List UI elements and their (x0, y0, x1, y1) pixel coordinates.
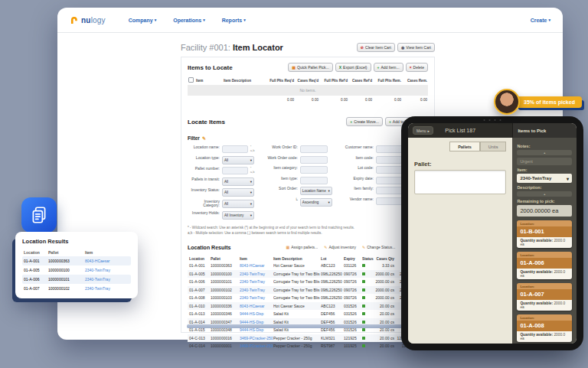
filter-field-work-order-id: Work Order ID: (266, 145, 332, 153)
pallet-input[interactable] (414, 170, 506, 194)
tab-units[interactable]: Units (480, 142, 507, 151)
pencil-icon: ✎ (362, 245, 365, 249)
filter-select-pallets-in-transit[interactable]: All▾ (222, 177, 254, 186)
filter-select-inventory-category[interactable]: All▾ (222, 200, 254, 208)
toolbar-change-status[interactable]: ✎Change Status... (362, 245, 395, 249)
chevron-down-icon: ▾ (155, 18, 157, 22)
button-export-excel[interactable]: XExport (Excel) (335, 63, 371, 72)
menu-button[interactable]: Menu▸ (413, 126, 433, 135)
location-card-01-a-008[interactable]: Location:01-A-008Quantity available: 200… (517, 314, 572, 342)
filter-input-item-type[interactable] (300, 177, 328, 184)
notes-collapse-toggle[interactable]: ▴ (517, 150, 572, 155)
toolbar-assign-pallets[interactable]: ▦Assign pallets... (286, 245, 318, 249)
filter-select-[interactable]: Ascending▾ (300, 198, 332, 207)
clear-cart-icon: ⊘ (361, 46, 364, 50)
toolbar-adjust-inventory[interactable]: ✎Adjust inventory (324, 245, 356, 249)
cell-lot: 098L226250 (321, 295, 344, 300)
filter-select-inventory-status[interactable]: All▾ (222, 188, 254, 197)
item-link[interactable]: 2340-TwinTray (85, 268, 129, 272)
filter-label: Sort Order: (266, 187, 298, 191)
tab-pallets[interactable]: Pallets (449, 142, 480, 151)
item-link[interactable]: 9444-HS-Disp (240, 327, 273, 332)
item-link[interactable]: 8043-HCaesar (85, 259, 129, 263)
filter-select-inventory-holds[interactable]: All Inventory▾ (222, 211, 254, 220)
assign-icon: ▦ (286, 245, 289, 249)
filter-input-item-family[interactable] (376, 187, 403, 194)
clear-item-cart-button[interactable]: ⊘Clear Item Cart (357, 43, 395, 52)
item-link[interactable]: 2340-TwinTray (240, 295, 273, 300)
filter-field-inventory-category: Inventory Category:All▾ (188, 200, 256, 209)
select-all-checkbox[interactable] (188, 77, 194, 83)
filter-field-inventory-holds: Inventory Holds:All Inventory▾ (188, 211, 256, 220)
item-link[interactable]: 2340-TwinTray (85, 286, 129, 291)
mini-card-title: Location Results (22, 238, 131, 245)
notes-label: Notes: (517, 144, 572, 148)
filter-input-customer-name[interactable] (376, 145, 403, 153)
item-link[interactable]: 2340-TwinTray (85, 277, 129, 282)
button-quick-pallet-pick[interactable]: ▦Quick Pallet Pick... (288, 63, 332, 72)
column-header: Location (24, 250, 48, 255)
description-collapse-toggle[interactable]: ▴ (517, 191, 572, 197)
view-item-cart-button[interactable]: ◉View Item Cart (397, 43, 435, 52)
top-navbar: nulogy Company▾Operations▾Reports▾ Creat… (57, 8, 563, 33)
nav-create-menu[interactable]: Create▾ (531, 18, 550, 23)
filter-input-location-name[interactable] (222, 145, 248, 153)
filter-label: Inventory Holds: (188, 211, 220, 216)
filter-input-work-order-id[interactable] (300, 145, 328, 153)
cell-description: Pepper Cracker - 250g (273, 336, 321, 340)
cell-status (362, 288, 373, 291)
nav-menu-company[interactable]: Company▾ (129, 18, 156, 23)
progress-badge-pill: 35% of items picked (514, 96, 582, 108)
cell-location: 01-A-006 (24, 277, 48, 282)
nav-menu-operations[interactable]: Operations▾ (173, 18, 204, 23)
plus-icon: + (350, 120, 352, 124)
filter-input-expiry-date[interactable] (376, 177, 403, 184)
item-link[interactable]: 2340-TwinTray (240, 279, 273, 284)
nulogy-logo: nulogy (70, 15, 106, 25)
table-row: 01-A-00710000001022340-TwinTrayCorrugate… (188, 286, 417, 295)
status-indicator (362, 312, 365, 315)
pallet-label: Pallet: (414, 161, 506, 168)
filter-input-item-code[interactable] (376, 156, 402, 164)
toolbar-label: Change Status... (367, 245, 395, 249)
nav-menu-reports[interactable]: Reports▾ (222, 18, 246, 23)
cell-status (362, 337, 373, 340)
horizontal-scrollbar[interactable] (187, 324, 423, 328)
card-location-name: 01-B-001 (517, 226, 572, 237)
cell-pallet: 1000000101 (48, 277, 85, 282)
cell-status (362, 328, 373, 331)
location-card-01-b-001[interactable]: Location:01-B-001Quantity available: 200… (517, 220, 572, 248)
location-card-01-a-006[interactable]: Location:01-A-006Quantity available: 200… (517, 252, 572, 279)
excel-icon: X (339, 66, 341, 70)
item-link[interactable]: 2340-TwinTray (240, 272, 273, 276)
list-item: 01-A-00110000003638043-HCaesar (22, 256, 131, 265)
column-header: Lot (321, 257, 344, 261)
filter-select-sort-order[interactable]: Location Name▾ (300, 187, 332, 195)
location-card-01-a-007[interactable]: Location:01-A-007Quantity available: 200… (517, 283, 572, 311)
button-label: Export (Excel) (343, 65, 367, 70)
edit-filter-icon[interactable]: ✎ (202, 135, 206, 141)
cell-expiry: 031526 (344, 311, 362, 316)
card-qty-label: Quantity available: (520, 333, 553, 337)
button-create-move[interactable]: +Create Move... (346, 117, 383, 126)
filter-label: Work Order code: (266, 156, 298, 161)
filter-input-work-order-code[interactable] (300, 156, 328, 164)
item-link[interactable]: 9444-HS-Disp (240, 311, 273, 316)
button-add-item[interactable]: +Add Item... (374, 63, 403, 72)
filter-input-vendor-name[interactable] (376, 197, 403, 205)
item-dropdown[interactable]: 2340-TwinTray▾ (517, 174, 572, 183)
cell-lot: 098L226250 (321, 272, 344, 276)
cell-location: 01-A-001 (189, 263, 211, 268)
cell-cases-qty: 2000.00 cs (373, 279, 394, 284)
cell-pallet: 1000000100 (211, 272, 240, 276)
filter-input-item-category[interactable] (300, 166, 328, 174)
button-delete[interactable]: ×Delete (406, 63, 428, 72)
filter-input-lot-code[interactable] (376, 166, 403, 174)
filter-select-location-type[interactable]: All▾ (222, 156, 254, 164)
item-link[interactable]: 8043-HCaesar (240, 304, 273, 308)
item-link[interactable]: 2340-TwinTray (240, 288, 273, 292)
item-link[interactable]: 3469-PCracker-250 (240, 344, 273, 348)
item-link[interactable]: 3469-PCracker-250 (240, 336, 273, 340)
item-link[interactable]: 8043-HCaesar (240, 263, 273, 268)
filter-input-pallet-number[interactable] (222, 167, 248, 174)
